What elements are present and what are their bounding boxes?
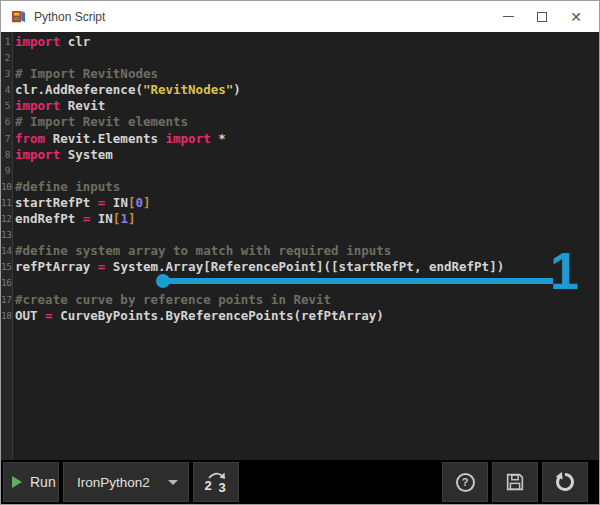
code-line: #create curve by reference points in Rev…	[15, 292, 599, 308]
code-line: import Revit	[15, 98, 599, 114]
save-button[interactable]	[492, 462, 538, 502]
line-number: 9	[1, 163, 12, 179]
engine-label: IronPython2	[77, 475, 150, 490]
line-number: 11	[1, 195, 12, 211]
code-line: import System	[15, 147, 599, 163]
help-button[interactable]: ?	[442, 462, 488, 502]
line-number: 5	[1, 98, 12, 114]
code-line: import clr	[15, 34, 599, 50]
code-line	[15, 50, 599, 66]
line-number: 10	[1, 179, 12, 195]
line-number: 16	[1, 275, 12, 291]
revert-button[interactable]	[542, 462, 588, 502]
engine-dropdown[interactable]: IronPython2	[63, 462, 189, 502]
line-number: 13	[1, 227, 12, 243]
code-line: refPtArray = System.Array[ReferencePoint…	[15, 259, 599, 275]
code-line: # Import RevitNodes	[15, 66, 599, 82]
revert-icon	[554, 471, 576, 493]
line-number: 12	[1, 211, 12, 227]
code-line: #define system array to match with requi…	[15, 243, 599, 259]
toolbar-right-group: ?	[438, 462, 588, 502]
code-line: #define inputs	[15, 179, 599, 195]
code-line: startRefPt = IN[0]	[15, 195, 599, 211]
code-editor[interactable]: 123456789101112131415161718 import clr# …	[1, 32, 599, 460]
titlebar: Python Script ✕	[1, 1, 599, 32]
line-number: 17	[1, 292, 12, 308]
python-script-window: Python Script ✕ 123456789101112131415161…	[0, 0, 600, 505]
line-number-gutter: 123456789101112131415161718	[1, 32, 13, 460]
line-number: 7	[1, 131, 12, 147]
minimize-button[interactable]	[491, 1, 525, 32]
line-number: 2	[1, 50, 12, 66]
help-glyph: ?	[462, 476, 469, 488]
python-2to3-button[interactable]: 2 3	[193, 462, 239, 502]
run-label: Run	[30, 474, 56, 490]
code-line: from Revit.Elements import *	[15, 131, 599, 147]
run-button[interactable]: Run	[3, 462, 59, 502]
svg-text:3: 3	[219, 480, 226, 495]
code-line: endRefPt = IN[1]	[15, 211, 599, 227]
play-icon	[12, 476, 22, 488]
help-icon: ?	[456, 473, 475, 492]
code-line: OUT = CurveByPoints.ByReferencePoints(re…	[15, 308, 599, 324]
minimize-icon	[503, 16, 514, 17]
maximize-button[interactable]	[525, 1, 559, 32]
line-number: 6	[1, 114, 12, 130]
code-line	[15, 275, 599, 291]
line-number: 14	[1, 243, 12, 259]
code-line	[15, 227, 599, 243]
python-2to3-icon: 2 3	[201, 469, 231, 495]
code-line: # Import Revit elements	[15, 114, 599, 130]
python-script-icon	[11, 9, 26, 24]
close-button[interactable]: ✕	[559, 1, 593, 32]
close-icon: ✕	[570, 9, 582, 25]
code-lines[interactable]: import clr# Import RevitNodesclr.AddRefe…	[13, 32, 599, 460]
bottom-toolbar: Run IronPython2 2 3 ?	[1, 460, 599, 504]
line-number: 18	[1, 308, 12, 324]
maximize-icon	[537, 12, 547, 22]
line-number: 1	[1, 34, 12, 50]
window-controls: ✕	[491, 1, 599, 32]
code-line: clr.AddReference("RevitNodes")	[15, 82, 599, 98]
line-number: 3	[1, 66, 12, 82]
code-line	[15, 163, 599, 179]
line-number: 4	[1, 82, 12, 98]
line-number: 15	[1, 259, 12, 275]
svg-text:2: 2	[205, 478, 212, 493]
chevron-down-icon	[168, 480, 178, 485]
save-icon	[504, 471, 526, 493]
window-title: Python Script	[34, 10, 105, 24]
line-number: 8	[1, 147, 12, 163]
